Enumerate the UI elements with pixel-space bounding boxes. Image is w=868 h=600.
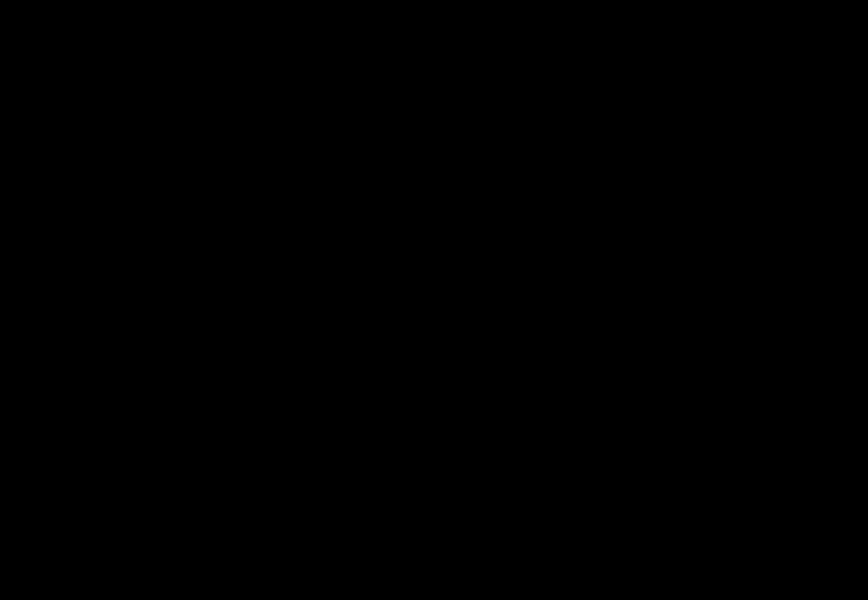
plot-figure: [0, 0, 868, 600]
